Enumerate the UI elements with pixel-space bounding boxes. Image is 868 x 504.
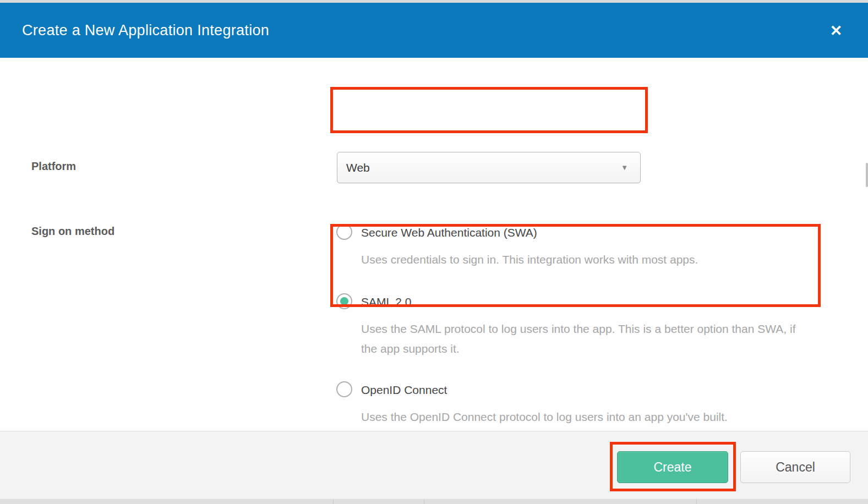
platform-label: Platform — [31, 160, 76, 173]
create-button[interactable]: Create — [617, 451, 728, 483]
background-table-divider — [696, 499, 697, 504]
option-openid-label[interactable]: OpenID Connect — [361, 382, 447, 398]
cancel-button[interactable]: Cancel — [740, 451, 850, 483]
radio-swa[interactable] — [336, 224, 352, 240]
page-background-strip-bottom — [0, 498, 868, 504]
option-openid-description: Uses the OpenID Connect protocol to log … — [361, 407, 811, 427]
radio-dot — [340, 385, 348, 393]
chevron-down-icon: ▼ — [621, 152, 628, 183]
option-swa-label[interactable]: Secure Web Authentication (SWA) — [361, 224, 537, 241]
scrollbar-thumb[interactable] — [866, 163, 868, 187]
platform-select-value: Web — [346, 152, 370, 183]
dialog-footer — [0, 431, 868, 498]
radio-openid[interactable] — [336, 381, 352, 397]
background-table-divider — [333, 499, 334, 504]
create-app-integration-dialog: Create a New Application Integration ✕ P… — [0, 0, 868, 504]
option-swa-description: Uses credentials to sign in. This integr… — [361, 250, 811, 270]
dialog-title: Create a New Application Integration — [22, 3, 269, 58]
radio-dot — [340, 228, 348, 236]
close-icon[interactable]: ✕ — [826, 21, 846, 41]
option-saml-label[interactable]: SAML 2.0 — [361, 294, 411, 310]
sign-on-method-label: Sign on method — [31, 225, 114, 238]
platform-select[interactable]: Web ▼ — [337, 152, 641, 183]
option-saml-description: Uses the SAML protocol to log users into… — [361, 319, 811, 359]
dialog-body: Platform Web ▼ Sign on method Secure Web… — [0, 58, 868, 431]
radio-saml-selected[interactable] — [336, 293, 352, 309]
radio-dot — [340, 297, 348, 305]
background-table-divider — [424, 499, 424, 504]
dialog-header: Create a New Application Integration ✕ — [0, 3, 868, 58]
